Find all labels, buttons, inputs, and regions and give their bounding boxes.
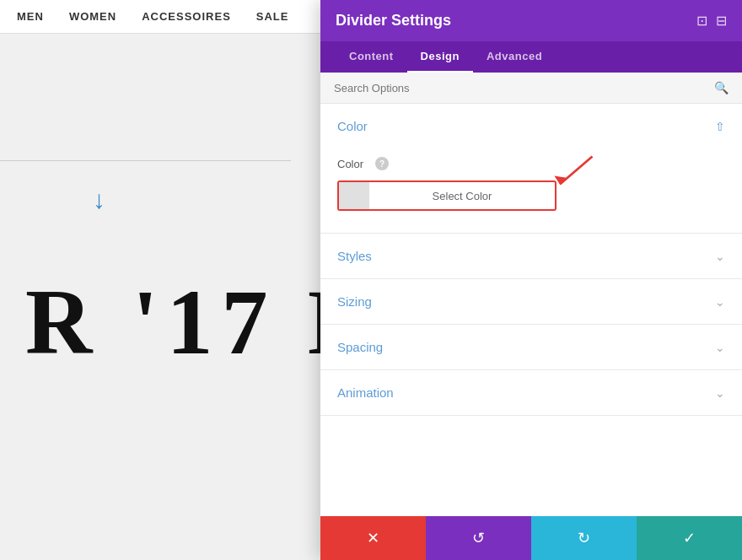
save-button[interactable]: ✓: [637, 516, 742, 560]
panel-body: Color ⇧ Color ? Select Color: [320, 104, 742, 516]
sizing-chevron-icon: ⌄: [715, 295, 725, 309]
styles-section-title: Styles: [337, 249, 372, 263]
color-select-label: Select Color: [369, 190, 555, 202]
undo-icon: ↺: [472, 529, 485, 547]
styles-section-header[interactable]: Styles ⌄: [320, 234, 742, 278]
columns-icon[interactable]: ⊟: [716, 13, 727, 29]
tab-design[interactable]: Design: [407, 41, 473, 73]
nav-sale[interactable]: SALE: [256, 10, 289, 23]
search-icon: 🔍: [714, 81, 729, 94]
spacing-chevron-icon: ⌄: [715, 341, 725, 354]
redo-button[interactable]: ↻: [531, 516, 637, 560]
search-bar: 🔍: [320, 73, 742, 104]
sizing-section-header[interactable]: Sizing ⌄: [320, 279, 742, 324]
redo-icon: ↻: [578, 529, 590, 547]
color-section: Color ⇧ Color ? Select Color: [320, 104, 742, 234]
annotation-arrow: [540, 152, 599, 189]
color-select-button[interactable]: Select Color: [337, 180, 556, 211]
sizing-section-title: Sizing: [337, 294, 372, 309]
animation-section-title: Animation: [337, 385, 394, 400]
color-field-label: Color: [337, 158, 363, 170]
color-picker-wrapper: Select Color: [337, 180, 556, 211]
nav-women[interactable]: WOMEN: [69, 10, 116, 23]
color-section-title: Color: [337, 119, 368, 133]
save-icon: ✓: [683, 529, 696, 547]
cancel-icon: ✕: [367, 529, 379, 547]
tab-advanced[interactable]: Advanced: [473, 41, 556, 73]
color-chevron-up-icon: ⇧: [715, 120, 725, 133]
panel-footer: ✕ ↺ ↻ ✓: [320, 516, 742, 560]
spacing-section-title: Spacing: [337, 340, 383, 354]
color-section-header[interactable]: Color ⇧: [320, 104, 742, 148]
styles-section: Styles ⌄: [320, 234, 742, 279]
spacing-section: Spacing ⌄: [320, 325, 742, 370]
tab-content[interactable]: Content: [336, 41, 407, 73]
styles-chevron-icon: ⌄: [715, 250, 725, 263]
color-swatch: [339, 182, 369, 209]
nav-accessoires[interactable]: ACCESSOIRES: [142, 10, 231, 23]
arrow-area: ↓: [93, 186, 105, 214]
divider-line: [0, 160, 291, 161]
svg-line-0: [560, 157, 593, 185]
header-icons: ⊡ ⊟: [696, 13, 727, 29]
layout-icon[interactable]: ⊡: [696, 13, 707, 29]
settings-panel: Divider Settings ⊡ ⊟ Content Design Adva…: [320, 0, 742, 560]
animation-chevron-icon: ⌄: [715, 386, 725, 400]
animation-section: Animation ⌄: [320, 370, 742, 416]
down-arrow-icon: ↓: [93, 186, 105, 213]
spacing-section-header[interactable]: Spacing ⌄: [320, 325, 742, 369]
panel-title: Divider Settings: [336, 12, 451, 30]
search-input[interactable]: [334, 82, 714, 94]
sizing-section: Sizing ⌄: [320, 279, 742, 325]
color-label-row: Color ?: [337, 157, 725, 170]
color-section-content: Color ? Select Color: [320, 148, 742, 233]
animation-section-header[interactable]: Animation ⌄: [320, 370, 742, 415]
panel-header: Divider Settings ⊡ ⊟: [320, 0, 742, 41]
panel-tabs: Content Design Advanced: [320, 41, 742, 73]
undo-button[interactable]: ↺: [426, 516, 531, 560]
cancel-button[interactable]: ✕: [320, 516, 426, 560]
help-icon[interactable]: ?: [375, 157, 389, 170]
nav-men[interactable]: MEN: [17, 10, 44, 23]
